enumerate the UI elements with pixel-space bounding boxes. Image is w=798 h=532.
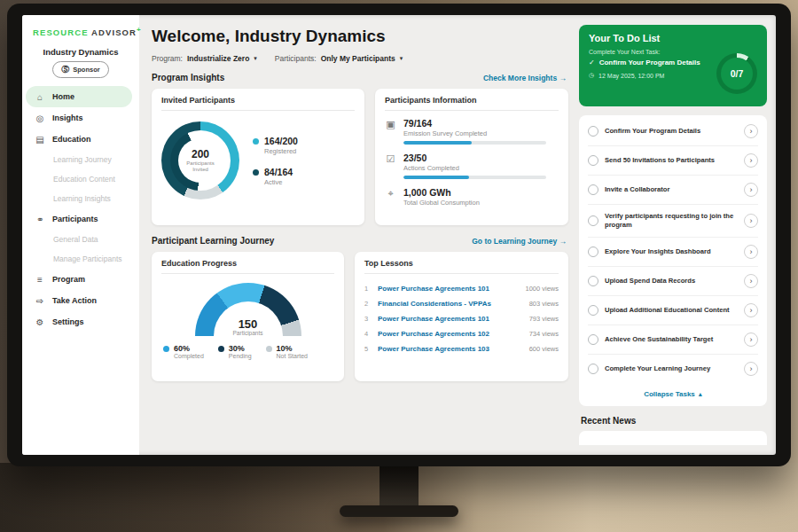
task-row-send-invitations[interactable]: Send 50 Invitations to Participants › [588, 146, 758, 176]
info-label: Emission Survey Completed [403, 129, 559, 137]
chevron-right-icon[interactable]: › [744, 245, 758, 259]
sidebar-item-participants[interactable]: ⚭ Participants [22, 208, 139, 230]
lesson-views: 793 views [529, 315, 559, 323]
todo-title: Your To Do List [589, 33, 757, 43]
check-icon: ✓ [589, 59, 595, 66]
sidebar-item-education-content[interactable]: Education Content [22, 169, 139, 189]
screen: RESOURCE ADVISOR+ Industry Dynamics Ⓢ Sp… [22, 15, 776, 455]
check-more-insights-link[interactable]: Check More Insights → [483, 74, 567, 82]
task-checkbox[interactable] [588, 246, 598, 257]
lesson-link[interactable]: Power Purchase Agreements 101 [378, 315, 523, 323]
section-title: Program Insights [152, 73, 224, 82]
info-label: Actions Completed [403, 164, 559, 172]
task-row-confirm-program[interactable]: Confirm Your Program Details › [588, 117, 758, 146]
lesson-rank: 2 [364, 300, 372, 308]
task-checkbox[interactable] [588, 276, 598, 286]
sidebar-item-label: Program [52, 275, 85, 284]
lesson-rank: 5 [364, 345, 372, 353]
education-progress-card: Education Progress 150 Participants [152, 252, 344, 381]
legend-label: Active [264, 178, 293, 186]
sidebar-item-manage-participants[interactable]: Manage Participants [22, 249, 139, 269]
sidebar-item-education[interactable]: ▤ Education [22, 129, 139, 150]
task-checkbox[interactable] [588, 305, 598, 316]
org-name: Industry Dynamics [22, 47, 139, 57]
sidebar-item-learning-journey[interactable]: Learning Journey [22, 150, 139, 169]
chevron-right-icon[interactable]: › [744, 183, 758, 197]
task-row-verify-participants[interactable]: Verify participants requesting to join t… [588, 205, 758, 238]
lesson-link[interactable]: Power Purchase Agreements 102 [378, 330, 523, 338]
lesson-row: 1 Power Purchase Agreements 101 1000 vie… [364, 281, 559, 296]
program-filter-value: Industrialize Zero [187, 54, 249, 63]
info-label: Total Global Consumption [403, 199, 559, 207]
gauge-center-label: Participants [195, 330, 301, 336]
task-row-complete-learning-journey[interactable]: Complete Your Learning Journey › [588, 355, 758, 383]
section-title: Participant Learning Journey [152, 236, 274, 246]
chevron-right-icon[interactable]: › [744, 332, 758, 347]
chevron-right-icon[interactable]: › [744, 362, 758, 376]
monitor-stand-base [340, 505, 458, 517]
task-checkbox[interactable] [588, 364, 598, 374]
task-label: Verify participants requesting to join t… [605, 212, 738, 230]
task-checkbox[interactable] [588, 215, 598, 226]
main-content: Welcome, Industry Dynamics Program: Indu… [139, 15, 579, 455]
task-row-upload-educational-content[interactable]: Upload Additional Educational Content › [588, 296, 758, 325]
recent-news-title: Recent News [581, 416, 767, 426]
program-filter[interactable]: Program: Industrialize Zero ▾ [152, 54, 257, 63]
clock-icon: ◷ [589, 72, 594, 79]
sponsor-label: Sponsor [73, 66, 99, 74]
task-checkbox[interactable] [588, 126, 598, 137]
progress-bar [403, 141, 546, 145]
sidebar-item-program[interactable]: ≡ Program [22, 269, 139, 290]
sponsor-badge[interactable]: Ⓢ Sponsor [52, 61, 108, 78]
todo-next-task[interactable]: ✓ Confirm Your Program Details [589, 59, 711, 66]
lesson-link[interactable]: Power Purchase Agreements 101 [378, 285, 519, 293]
task-label: Complete Your Learning Journey [605, 364, 738, 373]
participants-filter[interactable]: Participants: Only My Participants ▾ [275, 54, 403, 63]
task-checkbox[interactable] [588, 155, 598, 166]
sidebar-item-label: Take Action [52, 296, 97, 305]
info-row-global-consumption: ⌖ 1,000 GWh Total Global Consumption [385, 187, 559, 210]
sidebar-item-settings[interactable]: ⚙ Settings [22, 311, 139, 332]
education-legend: 60% Completed 30% Pending [161, 344, 308, 359]
chevron-right-icon[interactable]: › [744, 303, 758, 317]
learning-journey-header: Participant Learning Journey Go to Learn… [152, 236, 567, 246]
task-row-upload-spend-data[interactable]: Upload Spend Data Records › [588, 267, 758, 296]
sidebar-item-learning-insights[interactable]: Learning Insights [22, 189, 139, 208]
chevron-right-icon[interactable]: › [744, 124, 758, 138]
task-checkbox[interactable] [588, 184, 598, 195]
task-checkbox[interactable] [588, 334, 598, 345]
legend-label: Registered [264, 147, 298, 155]
lesson-link[interactable]: Financial Considerations - VPPAs [378, 300, 523, 308]
sidebar-item-general-data[interactable]: General Data [22, 230, 139, 249]
task-label: Invite a Collaborator [605, 185, 738, 194]
logo-primary: RESOURCE [33, 27, 89, 37]
legend-item-pending: 30% Pending [218, 344, 252, 359]
task-row-invite-collaborator[interactable]: Invite a Collaborator › [588, 176, 758, 205]
sidebar-item-home[interactable]: ⌂ Home [26, 86, 132, 107]
sidebar-item-insights[interactable]: ◎ Insights [22, 107, 139, 129]
go-to-learning-journey-link[interactable]: Go to Learning Journey → [472, 237, 567, 246]
legend-value: 10% [277, 344, 308, 353]
lesson-link[interactable]: Power Purchase Agreements 103 [378, 345, 523, 353]
link-label: Go to Learning Journey [472, 237, 557, 246]
chevron-right-icon[interactable]: › [744, 153, 758, 168]
sidebar-item-take-action[interactable]: ⇨ Take Action [22, 290, 139, 311]
chevron-right-icon[interactable]: › [744, 274, 758, 288]
page-title: Welcome, Industry Dynamics [152, 27, 568, 46]
collapse-tasks-link[interactable]: Collapse Tasks ▴ [588, 383, 758, 403]
card-title: Top Lessons [364, 259, 559, 274]
insights-cards-row: Invited Participants 200 Participants In… [152, 89, 568, 225]
legend-label: Completed [174, 353, 204, 359]
legend-dot [253, 169, 259, 176]
chevron-right-icon[interactable]: › [744, 214, 758, 228]
sponsor-icon: Ⓢ [61, 64, 69, 75]
program-insights-header: Program Insights Check More Insights → [152, 73, 567, 82]
card-title: Invited Participants [161, 96, 355, 111]
task-row-achieve-target[interactable]: Achieve One Sustainability Target › [588, 325, 758, 355]
scene: RESOURCE ADVISOR+ Industry Dynamics Ⓢ Sp… [0, 0, 798, 532]
task-row-explore-insights[interactable]: Explore Your Insights Dashboard › [588, 238, 758, 267]
gauge-center-value: 150 [195, 318, 301, 330]
lesson-views: 734 views [529, 330, 559, 338]
education-gauge-chart: 150 Participants [195, 283, 301, 336]
home-icon: ⌂ [35, 92, 45, 102]
